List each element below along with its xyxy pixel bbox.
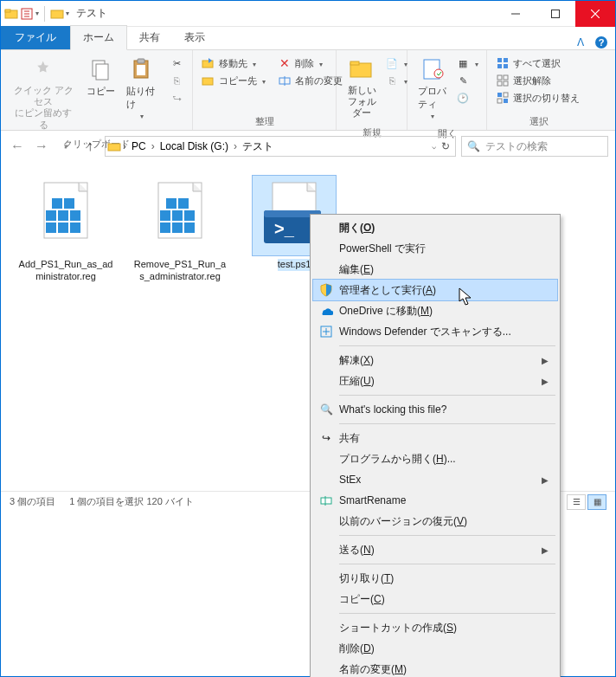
icons-view-button[interactable]: ▦ bbox=[587, 494, 606, 510]
selectall-icon bbox=[496, 56, 510, 70]
svg-rect-48 bbox=[166, 198, 176, 209]
addr-dropdown-icon[interactable]: ⌵ bbox=[432, 142, 436, 151]
file-label: Add_PS1_Run_as_administrator.reg bbox=[18, 259, 113, 283]
select-all-button[interactable]: すべて選択 bbox=[492, 55, 583, 71]
svg-rect-27 bbox=[497, 93, 502, 97]
menu-onedrive[interactable]: OneDrive に移動(M) bbox=[313, 300, 557, 321]
collapse-ribbon-icon[interactable]: ᐱ bbox=[577, 36, 584, 48]
selectnone-icon bbox=[496, 74, 510, 87]
paste-button[interactable]: 貼り付け▾ bbox=[121, 54, 163, 122]
crumb-pc[interactable]: PC bbox=[128, 140, 150, 152]
move-to-button[interactable]: 移動先 bbox=[198, 55, 269, 71]
crumb-drive[interactable]: Local Disk (G:) bbox=[157, 140, 232, 152]
menu-defender[interactable]: Windows Defender でスキャンする... bbox=[313, 321, 557, 342]
menu-stex[interactable]: StEx▶ bbox=[313, 469, 557, 490]
menu-run-as-admin[interactable]: 管理者として実行(A) bbox=[313, 280, 557, 300]
reg-file-icon bbox=[35, 181, 96, 250]
drive-icon bbox=[107, 139, 121, 153]
menu-send-to[interactable]: 送る(N)▶ bbox=[313, 539, 557, 560]
svg-rect-23 bbox=[497, 75, 502, 80]
menu-cut[interactable]: 切り取り(T) bbox=[313, 568, 557, 589]
copy-path-button[interactable]: ⎘ bbox=[166, 73, 187, 88]
up-button[interactable]: ↑ bbox=[80, 137, 99, 156]
menu-open[interactable]: 開く(O) bbox=[313, 217, 557, 238]
help-icon[interactable]: ? bbox=[594, 35, 608, 49]
select-none-button[interactable]: 選択解除 bbox=[492, 73, 583, 88]
history-button[interactable]: 🕑 bbox=[452, 90, 482, 106]
svg-rect-40 bbox=[64, 198, 74, 209]
menu-open-with[interactable]: プログラムから開く(H)... bbox=[313, 448, 557, 469]
svg-rect-10 bbox=[138, 59, 144, 63]
maximize-button[interactable] bbox=[536, 1, 575, 27]
tab-view[interactable]: 表示 bbox=[172, 26, 217, 49]
delete-button[interactable]: ✕削除 bbox=[274, 55, 346, 71]
svg-text:>_: >_ bbox=[274, 219, 295, 238]
menu-delete[interactable]: 削除(D) bbox=[313, 638, 557, 659]
menu-create-shortcut[interactable]: ショートカットの作成(S) bbox=[313, 617, 557, 638]
copyto-icon bbox=[202, 74, 215, 87]
crumb-folder[interactable]: テスト bbox=[239, 139, 277, 154]
svg-rect-16 bbox=[350, 61, 359, 65]
svg-rect-29 bbox=[504, 93, 508, 97]
menu-compress[interactable]: 圧縮(U)▶ bbox=[313, 371, 557, 391]
properties-icon bbox=[419, 55, 446, 83]
svg-rect-28 bbox=[504, 99, 508, 103]
search-placeholder: テストの検索 bbox=[485, 139, 548, 154]
tab-file[interactable]: ファイル bbox=[1, 26, 70, 49]
edit-button[interactable]: ✎ bbox=[452, 73, 482, 88]
easy-access-button[interactable]: ⎘ bbox=[382, 73, 411, 88]
new-item-button[interactable]: 📄 bbox=[382, 55, 411, 71]
qat-dropdown-icon[interactable]: ▾ bbox=[35, 10, 39, 17]
rename-icon bbox=[278, 74, 292, 87]
menu-run-powershell[interactable]: PowerShell で実行 bbox=[313, 238, 557, 259]
pin-to-quick-access-button[interactable]: クイック アクセス にピン留めする bbox=[6, 54, 81, 132]
menu-previous-versions[interactable]: 以前のバージョンの復元(V) bbox=[313, 511, 557, 532]
tab-home[interactable]: ホーム bbox=[70, 25, 127, 50]
refresh-icon[interactable]: ↻ bbox=[441, 140, 450, 152]
svg-rect-21 bbox=[497, 64, 502, 68]
tab-share[interactable]: 共有 bbox=[127, 26, 172, 49]
open-button[interactable]: ▦ bbox=[452, 55, 482, 71]
menu-smartrename[interactable]: SmartRename bbox=[313, 490, 557, 511]
file-item[interactable]: Add_PS1_Run_as_administrator.reg bbox=[18, 176, 113, 283]
cut-button[interactable]: ✂ bbox=[166, 55, 187, 71]
qat-properties-icon[interactable] bbox=[20, 7, 34, 21]
copy-button[interactable]: コピー bbox=[81, 54, 121, 100]
edit-icon: ✎ bbox=[456, 74, 470, 87]
qat-dropdown2-icon[interactable]: ▾ bbox=[66, 10, 69, 17]
share-icon: ↪ bbox=[318, 430, 334, 446]
svg-rect-43 bbox=[172, 210, 183, 221]
search-box[interactable]: 🔍 テストの検索 bbox=[461, 136, 608, 157]
rename-button[interactable]: 名前の変更 bbox=[274, 73, 346, 88]
copy-to-button[interactable]: コピー先 bbox=[198, 73, 269, 88]
menu-extract[interactable]: 解凍(X)▶ bbox=[313, 350, 557, 371]
svg-rect-1 bbox=[5, 10, 10, 12]
menu-whats-locking[interactable]: 🔍What's locking this file? bbox=[313, 399, 557, 420]
new-folder-button[interactable]: 新しい フォルダー bbox=[342, 54, 382, 121]
minimize-button[interactable] bbox=[496, 1, 536, 27]
svg-rect-36 bbox=[46, 222, 56, 233]
menu-share[interactable]: ↪共有 bbox=[313, 428, 557, 448]
paste-icon bbox=[128, 55, 156, 83]
address-bar[interactable]: PC Local Disk (G:) テスト ⌵↻ bbox=[105, 136, 456, 157]
svg-rect-45 bbox=[160, 222, 170, 233]
selection-info: 1 個の項目を選択 120 バイト bbox=[69, 495, 194, 508]
svg-rect-37 bbox=[58, 222, 68, 233]
svg-rect-8 bbox=[96, 64, 108, 80]
recent-button[interactable]: ▾ bbox=[56, 137, 75, 156]
properties-button[interactable]: プロパティ▾ bbox=[413, 54, 452, 122]
svg-rect-46 bbox=[172, 222, 183, 233]
menu-copy[interactable]: コピー(C) bbox=[313, 589, 557, 609]
back-button[interactable]: ← bbox=[8, 137, 27, 156]
close-button[interactable] bbox=[575, 1, 615, 27]
menu-rename[interactable]: 名前の変更(M) bbox=[313, 659, 557, 677]
ribbon: クイック アクセス にピン留めする コピー 貼り付け▾ ✂ ⎘ ⮑ クリップボー… bbox=[1, 49, 615, 131]
forward-button[interactable]: → bbox=[32, 137, 51, 156]
menu-edit[interactable]: 編集(E) bbox=[313, 259, 557, 280]
details-view-button[interactable]: ☰ bbox=[567, 494, 586, 510]
file-item[interactable]: Remove_PS1_Run_as_administrator.reg bbox=[132, 176, 228, 283]
path-icon: ⎘ bbox=[170, 74, 183, 87]
paste-shortcut-button[interactable]: ⮑ bbox=[166, 90, 187, 106]
invert-selection-button[interactable]: 選択の切り替え bbox=[492, 90, 583, 106]
newfolder-icon bbox=[348, 55, 375, 83]
